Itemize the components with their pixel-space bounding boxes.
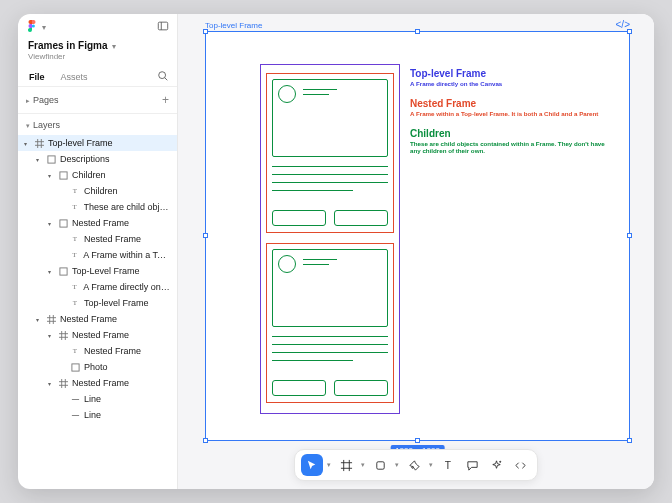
- child-media[interactable]: [272, 79, 388, 157]
- disclosure-icon: ▾: [48, 220, 54, 227]
- svg-rect-9: [47, 155, 54, 162]
- child-line[interactable]: [303, 259, 337, 260]
- top-level-frame[interactable]: Top-level FrameA Frame directly on the C…: [206, 32, 629, 440]
- text-tool[interactable]: T: [437, 454, 459, 476]
- child-media[interactable]: [272, 249, 388, 327]
- chevron-down-icon[interactable]: ▾: [359, 461, 367, 469]
- child-line[interactable]: [272, 174, 388, 175]
- layer-node[interactable]: ▾Nested Frame: [18, 215, 177, 231]
- child-avatar[interactable]: [278, 255, 296, 273]
- layer-node[interactable]: TA Frame within a Top…: [18, 247, 177, 263]
- svg-point-35: [499, 461, 500, 462]
- text-icon: T: [70, 234, 80, 244]
- comment-tool[interactable]: [461, 454, 483, 476]
- disclosure-icon: ▾: [24, 140, 30, 147]
- nested-frame-card[interactable]: [266, 243, 394, 403]
- add-page-icon[interactable]: +: [162, 93, 169, 107]
- svg-rect-32: [376, 461, 383, 468]
- nested-frame-card[interactable]: [266, 73, 394, 233]
- resize-handle[interactable]: [627, 29, 632, 34]
- layer-label: These are child obje…: [84, 202, 171, 212]
- layer-node[interactable]: TA Frame directly on t…: [18, 279, 177, 295]
- child-line[interactable]: [272, 336, 388, 337]
- child-button[interactable]: [272, 380, 326, 396]
- hash-icon: [46, 314, 56, 324]
- layer-label: A Frame within a Top…: [83, 250, 171, 260]
- svg-rect-11: [59, 219, 66, 226]
- child-button[interactable]: [334, 380, 388, 396]
- tab-file[interactable]: File: [26, 70, 48, 84]
- child-line[interactable]: [272, 360, 353, 361]
- layer-node[interactable]: ▾Nested Frame: [18, 311, 177, 327]
- child-line[interactable]: [272, 190, 353, 191]
- frame-label[interactable]: Top-level Frame: [205, 21, 262, 30]
- resize-handle[interactable]: [203, 438, 208, 443]
- desc-title: Children: [410, 128, 617, 139]
- tab-assets[interactable]: Assets: [58, 70, 91, 84]
- resize-handle[interactable]: [627, 438, 632, 443]
- text-icon: T: [70, 186, 80, 196]
- layer-node[interactable]: Line: [18, 407, 177, 423]
- layer-label: Photo: [84, 362, 108, 372]
- layer-node[interactable]: ▾Nested Frame: [18, 327, 177, 343]
- layer-node[interactable]: ▾Top-level Frame: [18, 135, 177, 151]
- layer-node[interactable]: TNested Frame: [18, 343, 177, 359]
- chevron-down-icon[interactable]: ▾: [393, 461, 401, 469]
- shape-tool[interactable]: [369, 454, 391, 476]
- document-name[interactable]: Frames in Figma: [28, 40, 107, 51]
- child-button[interactable]: [334, 210, 388, 226]
- resize-handle[interactable]: [203, 29, 208, 34]
- layer-label: Top-level Frame: [84, 298, 149, 308]
- layer-node[interactable]: ▾Top-Level Frame: [18, 263, 177, 279]
- layer-node[interactable]: Photo: [18, 359, 177, 375]
- layer-label: Top-level Frame: [48, 138, 113, 148]
- layer-label: Nested Frame: [84, 346, 141, 356]
- panel-toggle-icon[interactable]: [157, 20, 169, 34]
- layer-node[interactable]: TTop-level Frame: [18, 295, 177, 311]
- chevron-down-icon[interactable]: ▾: [427, 461, 435, 469]
- hash-icon: [58, 378, 68, 388]
- layer-node[interactable]: ▾Descriptions: [18, 151, 177, 167]
- disclosure-icon: ▾: [48, 268, 54, 275]
- child-avatar[interactable]: [278, 85, 296, 103]
- pen-tool[interactable]: [403, 454, 425, 476]
- chevron-right-icon: ▸: [26, 97, 30, 104]
- dev-mode-tool[interactable]: [509, 454, 531, 476]
- resize-handle[interactable]: [203, 233, 208, 238]
- resize-handle[interactable]: [627, 233, 632, 238]
- move-tool[interactable]: [301, 454, 323, 476]
- layer-label: Top-Level Frame: [72, 266, 140, 276]
- pages-section[interactable]: ▸Pages +: [18, 87, 177, 114]
- svg-point-3: [159, 72, 166, 79]
- resize-handle[interactable]: [415, 438, 420, 443]
- child-line[interactable]: [303, 264, 329, 265]
- layer-node[interactable]: TNested Frame: [18, 231, 177, 247]
- desc-title: Top-level Frame: [410, 68, 617, 79]
- canvas[interactable]: Top-level Frame </>: [178, 14, 654, 489]
- figma-menu[interactable]: ▾: [26, 20, 46, 34]
- frame-tool[interactable]: [335, 454, 357, 476]
- child-line[interactable]: [272, 352, 388, 353]
- layer-node[interactable]: Line: [18, 391, 177, 407]
- search-icon[interactable]: [157, 70, 169, 84]
- layer-node[interactable]: ▾Nested Frame: [18, 375, 177, 391]
- child-button[interactable]: [272, 210, 326, 226]
- hash-icon: [58, 330, 68, 340]
- child-line[interactable]: [272, 182, 388, 183]
- layers-section[interactable]: ▾Layers: [18, 114, 177, 133]
- layer-node[interactable]: TThese are child obje…: [18, 199, 177, 215]
- layer-node[interactable]: TChildren: [18, 183, 177, 199]
- text-icon: T: [70, 346, 80, 356]
- chevron-down-icon[interactable]: ▾: [112, 42, 116, 51]
- layer-node[interactable]: ▾Children: [18, 167, 177, 183]
- nested-frame-container[interactable]: [260, 64, 400, 414]
- resize-handle[interactable]: [415, 29, 420, 34]
- child-line[interactable]: [303, 89, 337, 90]
- child-line[interactable]: [272, 344, 388, 345]
- desc-subtitle: A Frame within a Top-level Frame. It is …: [410, 110, 617, 118]
- actions-tool[interactable]: [485, 454, 507, 476]
- selection-box[interactable]: Top-level FrameA Frame directly on the C…: [205, 31, 630, 441]
- child-line[interactable]: [303, 94, 329, 95]
- chevron-down-icon[interactable]: ▾: [325, 461, 333, 469]
- child-line[interactable]: [272, 166, 388, 167]
